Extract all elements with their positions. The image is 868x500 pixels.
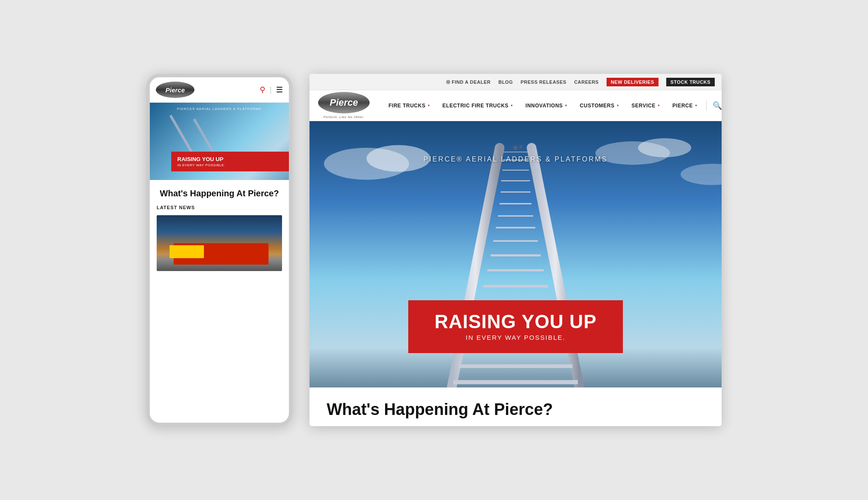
mobile-mockup: Pierce ⚲ | ☰ PIERCE® AERIAL LADDERS & PL… (146, 74, 292, 426)
desktop-nav: Pierce Perform. Like No Other. FIRE TRUC… (310, 90, 722, 121)
mobile-header-icons: ⚲ | ☰ (260, 85, 283, 95)
nav-item-pierce[interactable]: PIERCE ▼ (666, 103, 704, 109)
mobile-content: What's Happening At Pierce? LATEST NEWS (150, 180, 289, 423)
press-releases-link[interactable]: PRESS RELEASES (521, 79, 567, 85)
blog-link[interactable]: BLOG (498, 79, 513, 85)
svg-point-27 (519, 145, 522, 148)
desktop-logo-wrap[interactable]: Pierce Perform. Like No Other. (318, 92, 370, 119)
nav-item-fire-trucks[interactable]: FIRE TRUCKS ▼ (382, 103, 437, 109)
new-deliveries-button[interactable]: NEW DELIVERIES (607, 78, 659, 86)
nav-service-label: SERVICE (631, 103, 656, 109)
nav-service-caret: ▼ (657, 104, 660, 107)
hero-text-overlay: PIERCE® AERIAL LADDERS & PLATFORMS (310, 155, 722, 168)
find-dealer-link[interactable]: ◎ FIND A DEALER (446, 79, 491, 85)
mobile-banner-title: RAISING YOU UP (177, 156, 283, 162)
pin-icon: ◎ (446, 79, 451, 85)
careers-link[interactable]: CAREERS (574, 79, 598, 85)
nav-item-innovations[interactable]: INNOVATIONS ▼ (519, 103, 574, 109)
nav-pierce-caret: ▼ (695, 104, 698, 107)
nav-electric-caret: ▼ (510, 104, 513, 107)
svg-point-26 (513, 146, 518, 150)
search-icon[interactable]: ⚲ (260, 85, 265, 95)
nav-fire-trucks-label: FIRE TRUCKS (388, 103, 425, 109)
blog-label: BLOG (498, 79, 513, 85)
svg-point-4 (638, 138, 691, 158)
desktop-nav-links: FIRE TRUCKS ▼ ELECTRIC FIRE TRUCKS ▼ INN… (382, 101, 722, 111)
nav-item-electric-fire-trucks[interactable]: ELECTRIC FIRE TRUCKS ▼ (437, 103, 519, 109)
nav-customers-caret: ▼ (616, 104, 619, 107)
search-icon[interactable]: 🔍 (709, 101, 722, 110)
nav-divider (706, 101, 707, 111)
mobile-hero-subtitle: PIERCE® AERIAL LADDERS & PLATFORMS (150, 107, 289, 111)
hero-banner-subtitle: IN EVERY WAY POSSIBLE. (434, 334, 597, 341)
desktop-bottom-section: What's Happening At Pierce? (310, 387, 722, 426)
nav-item-service[interactable]: SERVICE ▼ (625, 103, 666, 109)
desktop-logo: Pierce (318, 92, 370, 113)
nav-innovations-caret: ▼ (565, 104, 568, 107)
nav-pierce-label: PIERCE (672, 103, 693, 109)
nav-item-customers[interactable]: CUSTOMERS ▼ (574, 103, 625, 109)
mobile-news-image[interactable] (157, 215, 282, 271)
mobile-header: Pierce ⚲ | ☰ (150, 77, 289, 103)
desktop-hero: PIERCE® AERIAL LADDERS & PLATFORMS RAISI… (310, 121, 722, 387)
mobile-latest-news-label: LATEST NEWS (157, 205, 282, 210)
hero-banner-title: RAISING YOU UP (434, 312, 597, 331)
mobile-main-heading: What's Happening At Pierce? (157, 188, 282, 199)
mobile-logo-text: Pierce (165, 86, 185, 94)
stock-trucks-button[interactable]: STOCK TRUCKS (666, 78, 715, 86)
find-dealer-label: FIND A DEALER (452, 79, 491, 85)
nav-innovations-label: INNOVATIONS (525, 103, 563, 109)
mobile-hero: PIERCE® AERIAL LADDERS & PLATFORMS RAISI… (150, 103, 289, 180)
desktop-logo-text: Pierce (330, 97, 358, 108)
hero-subtitle: PIERCE® AERIAL LADDERS & PLATFORMS (310, 155, 722, 163)
nav-customers-label: CUSTOMERS (580, 103, 615, 109)
press-releases-label: PRESS RELEASES (521, 79, 567, 85)
mobile-hero-banner: RAISING YOU UP IN EVERY WAY POSSIBLE. (171, 152, 289, 171)
hero-red-banner: RAISING YOU UP IN EVERY WAY POSSIBLE. (408, 300, 623, 353)
desktop-logo-tagline: Perform. Like No Other. (323, 115, 364, 119)
careers-label: CAREERS (574, 79, 598, 85)
mobile-logo[interactable]: Pierce (156, 82, 194, 98)
desktop-utility-bar: ◎ FIND A DEALER BLOG PRESS RELEASES CARE… (310, 74, 722, 90)
divider-icon: | (270, 85, 272, 95)
desktop-main-heading: What's Happening At Pierce? (327, 400, 553, 419)
nav-electric-label: ELECTRIC FIRE TRUCKS (443, 103, 509, 109)
desktop-mockup: ◎ FIND A DEALER BLOG PRESS RELEASES CARE… (310, 74, 722, 426)
nav-fire-trucks-caret: ▼ (427, 104, 430, 107)
mobile-banner-subtitle: IN EVERY WAY POSSIBLE. (177, 163, 283, 167)
hamburger-icon[interactable]: ☰ (276, 85, 283, 95)
